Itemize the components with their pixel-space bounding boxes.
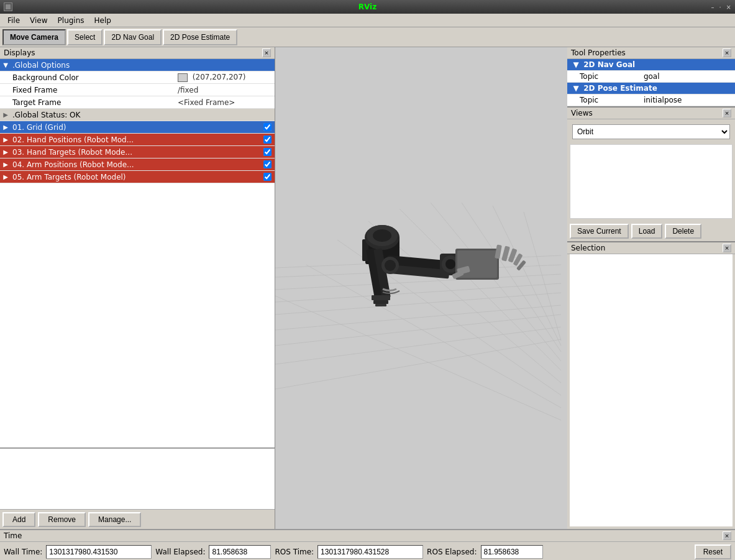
expand-icon-arm-pos: ▶ xyxy=(0,158,11,171)
ros-time-input[interactable]: 1301317980.431528 xyxy=(317,545,423,559)
arm-positions-checkbox[interactable] xyxy=(263,160,272,168)
toolbar: Move Camera Select 2D Nav Goal 2D Pose E… xyxy=(0,27,735,47)
indent-tf xyxy=(0,96,11,109)
views-close[interactable]: × xyxy=(723,109,731,117)
tool-properties-header: Tool Properties × xyxy=(567,47,735,59)
bottom-display-area: Add Remove Manage... xyxy=(0,448,275,529)
hand-positions-checkbox[interactable] xyxy=(263,135,272,144)
wall-time-input[interactable]: 1301317980.431530 xyxy=(46,545,152,559)
tree-global-status[interactable]: ▶ .Global Status: OK xyxy=(0,109,275,121)
reset-button[interactable]: Reset xyxy=(695,544,731,559)
minimize-icon[interactable]: – xyxy=(711,4,714,11)
tool-properties-label: Tool Properties xyxy=(571,48,626,57)
views-type-select[interactable]: Orbit FPS ThirdPersonFollower TopDownOrt… xyxy=(572,124,730,139)
svg-rect-41 xyxy=(372,295,390,300)
pose-estimate-section: ▼ 2D Pose Estimate xyxy=(567,83,735,94)
tool-properties-close[interactable]: × xyxy=(723,48,731,57)
indent-ff xyxy=(0,84,11,96)
displays-label: Displays xyxy=(4,48,35,57)
bg-color-value: (207,207,207) xyxy=(175,73,275,82)
delete-button[interactable]: Delete xyxy=(665,224,701,239)
2d-pose-estimate-button[interactable]: 2D Pose Estimate xyxy=(163,29,237,45)
tree-arm-targets[interactable]: ▶ 05. Arm Targets (Robot Model) xyxy=(0,171,275,183)
hand-targets-checkbox[interactable] xyxy=(263,148,272,156)
time-fields: Wall Time: 1301317980.431530 Wall Elapse… xyxy=(0,542,735,560)
title-icon xyxy=(4,2,12,11)
target-frame-value: <Fixed Frame> xyxy=(175,98,275,107)
fixed-frame-value: /fixed xyxy=(175,86,275,94)
manage-button[interactable]: Manage... xyxy=(88,512,141,527)
tree-target-frame[interactable]: Target Frame <Fixed Frame> xyxy=(0,96,275,109)
menu-plugins[interactable]: Plugins xyxy=(53,15,89,26)
collapse-pose-estimate[interactable]: ▼ xyxy=(571,84,581,93)
load-button[interactable]: Load xyxy=(631,224,663,239)
arm-targets-checkbox[interactable] xyxy=(263,173,272,181)
tree-background-color[interactable]: Background Color (207,207,207) xyxy=(0,71,275,84)
app-title: RViz xyxy=(358,2,377,11)
svg-point-31 xyxy=(445,259,455,269)
ros-time-label: ROS Time: xyxy=(275,548,314,556)
time-close[interactable]: × xyxy=(723,531,731,540)
viewport[interactable] xyxy=(275,47,567,529)
hand-targets-check[interactable] xyxy=(260,148,275,156)
tree-global-options[interactable]: ▼ .Global Options xyxy=(0,59,275,71)
displays-close-btn[interactable]: × xyxy=(262,48,271,57)
expand-icon-global-options: ▼ xyxy=(0,59,11,71)
add-remove-bar: Add Remove Manage... xyxy=(0,509,275,529)
time-label: Time xyxy=(4,531,22,540)
save-current-button[interactable]: Save Current xyxy=(570,224,629,239)
pose-estimate-topic-value: initialpose xyxy=(640,94,735,106)
expand-icon-status: ▶ xyxy=(0,109,11,121)
wall-time-label: Wall Time: xyxy=(4,548,42,556)
arm-positions-check[interactable] xyxy=(260,160,275,168)
add-button[interactable]: Add xyxy=(2,512,35,527)
grid-label: 01. Grid (Grid) xyxy=(11,123,260,132)
views-action-buttons: Save Current Load Delete xyxy=(567,221,735,241)
tree-hand-targets[interactable]: ▶ 03. Hand Targets (Robot Mode... xyxy=(0,146,275,158)
nav-goal-section: ▼ 2D Nav Goal xyxy=(567,59,735,71)
grid-checkbox[interactable] xyxy=(263,123,272,131)
wall-elapsed-input[interactable]: 81.958638 xyxy=(209,545,271,559)
tree-fixed-frame[interactable]: Fixed Frame /fixed xyxy=(0,84,275,96)
views-header: Views × xyxy=(567,108,735,119)
remove-button[interactable]: Remove xyxy=(38,512,86,527)
expand-icon-arm-tgt: ▶ xyxy=(0,171,11,183)
hand-targets-label: 03. Hand Targets (Robot Mode... xyxy=(11,148,260,157)
menu-file[interactable]: File xyxy=(2,15,25,26)
global-status-label: .Global Status: OK xyxy=(11,111,275,119)
2d-nav-goal-button[interactable]: 2D Nav Goal xyxy=(104,29,162,45)
window-controls[interactable]: – · × xyxy=(711,4,731,11)
select-button[interactable]: Select xyxy=(67,29,103,45)
displays-tree[interactable]: ▼ .Global Options Background Color (207,… xyxy=(0,59,275,448)
svg-point-28 xyxy=(385,260,396,271)
menu-view[interactable]: View xyxy=(25,15,52,26)
tree-arm-positions[interactable]: ▶ 04. Arm Positions (Robot Mode... xyxy=(0,158,275,171)
nav-goal-header-row: ▼ 2D Nav Goal xyxy=(567,59,735,71)
bg-color-box[interactable] xyxy=(178,73,188,82)
nav-goal-topic-value: goal xyxy=(640,71,735,83)
bottom-display-content xyxy=(0,449,275,509)
nav-goal-topic-key: Topic xyxy=(567,71,640,83)
pose-estimate-label: 2D Pose Estimate xyxy=(583,84,657,93)
move-camera-button[interactable]: Move Camera xyxy=(2,29,66,45)
close-icon[interactable]: × xyxy=(726,4,731,11)
global-options-label: .Global Options xyxy=(11,61,275,70)
right-column: Tool Properties × ▼ 2D Nav Goal Topic go… xyxy=(567,47,735,529)
viewport-inner xyxy=(275,47,567,529)
tree-grid[interactable]: ▶ 01. Grid (Grid) xyxy=(0,121,275,134)
ros-elapsed-input[interactable]: 81.958638 xyxy=(481,545,543,559)
grid-check[interactable] xyxy=(260,123,275,131)
views-dropdown-container: Orbit FPS ThirdPersonFollower TopDownOrt… xyxy=(567,119,735,144)
target-frame-name: Target Frame xyxy=(11,98,175,107)
fixed-frame-name: Fixed Frame xyxy=(11,86,175,94)
hand-positions-label: 02. Hand Positions (Robot Mod... xyxy=(11,135,260,144)
collapse-nav-goal[interactable]: ▼ xyxy=(571,60,581,69)
selection-panel: Selection × xyxy=(567,242,735,529)
selection-close[interactable]: × xyxy=(723,244,731,252)
tree-hand-positions[interactable]: ▶ 02. Hand Positions (Robot Mod... xyxy=(0,134,275,146)
hand-positions-check[interactable] xyxy=(260,135,275,144)
arm-targets-check[interactable] xyxy=(260,173,275,181)
tool-properties-panel: Tool Properties × ▼ 2D Nav Goal Topic go… xyxy=(567,47,735,108)
wall-elapsed-label: Wall Elapsed: xyxy=(155,548,205,556)
menu-help[interactable]: Help xyxy=(89,15,116,26)
